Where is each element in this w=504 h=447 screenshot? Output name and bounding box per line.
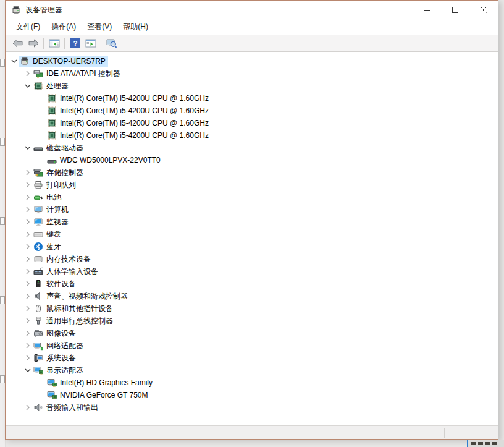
tree-item-content[interactable]: 网络适配器 <box>33 340 86 352</box>
menu-file[interactable]: 文件(F) <box>10 19 46 35</box>
chevron-collapsed-icon[interactable] <box>23 291 33 301</box>
tree-item-content[interactable]: 内存技术设备 <box>33 253 93 265</box>
tree-item-monitors[interactable]: 监视器 <box>6 216 498 228</box>
chevron-expanded-icon[interactable] <box>23 143 33 153</box>
menu-action[interactable]: 操作(A) <box>46 19 82 35</box>
tree-item-intel-hd-graphics[interactable]: Intel(R) HD Graphics Family <box>6 377 498 389</box>
chevron-collapsed-icon[interactable] <box>23 217 33 227</box>
back-button[interactable] <box>10 36 25 50</box>
chevron-collapsed-icon[interactable] <box>23 328 33 338</box>
tree-item-content[interactable]: 显示适配器 <box>33 365 86 377</box>
chevron-collapsed-icon[interactable] <box>23 69 33 79</box>
tree-item-content[interactable]: Intel(R) Core(TM) i5-4200U CPU @ 1.60GHz <box>46 105 211 116</box>
tree-item-content[interactable]: Intel(R) HD Graphics Family <box>46 377 155 388</box>
chevron-collapsed-icon[interactable] <box>23 168 33 177</box>
tree-item-content[interactable]: 磁盘驱动器 <box>33 142 86 154</box>
tree-item-keyboards[interactable]: 键盘 <box>6 228 498 241</box>
tree-item-content[interactable]: 处理器 <box>33 80 71 92</box>
chevron-collapsed-icon[interactable] <box>23 242 33 252</box>
tree-item-cpu-2[interactable]: Intel(R) Core(TM) i5-4200U CPU @ 1.60GHz <box>6 117 498 129</box>
tree-item-cpu-0[interactable]: Intel(R) Core(TM) i5-4200U CPU @ 1.60GHz <box>6 92 498 104</box>
chevron-collapsed-icon[interactable] <box>23 304 33 313</box>
tree-item-content[interactable]: 图像设备 <box>33 328 78 339</box>
tree-item-memory-technology-devices[interactable]: 内存技术设备 <box>6 253 498 265</box>
tree-item-content[interactable]: 存储控制器 <box>33 167 86 179</box>
tree-item-system-devices[interactable]: 系统设备 <box>6 352 498 364</box>
battery-icon <box>33 192 43 202</box>
tree-item-print-queues[interactable]: 打印队列 <box>6 179 498 191</box>
tree-item-content[interactable]: 音频输入和输出 <box>33 402 101 414</box>
tree-item-content[interactable]: 蓝牙 <box>33 241 64 253</box>
tree-item-nvidia-geforce[interactable]: NVIDIA GeForce GT 750M <box>6 389 498 401</box>
tree-item-content[interactable]: 软件设备 <box>33 278 78 290</box>
tree-item-computer[interactable]: 计算机 <box>6 203 498 216</box>
forward-button[interactable] <box>25 36 41 50</box>
chevron-collapsed-icon[interactable] <box>23 229 33 239</box>
cpu-icon <box>47 130 57 140</box>
tree-item-disk-drives[interactable]: 磁盘驱动器 <box>6 142 498 154</box>
tree-item-batteries[interactable]: 电池 <box>6 191 498 203</box>
tree-item-content[interactable]: 键盘 <box>33 229 64 241</box>
tree-item-content[interactable]: Intel(R) Core(TM) i5-4200U CPU @ 1.60GHz <box>46 93 211 104</box>
tree-item-content[interactable]: 电池 <box>33 192 64 203</box>
chevron-collapsed-icon[interactable] <box>23 402 33 412</box>
menu-help[interactable]: 帮助(H) <box>117 19 154 35</box>
tree-item-human-interface-devices[interactable]: 人体学输入设备 <box>6 265 498 278</box>
close-button[interactable] <box>469 1 498 19</box>
tree-item-network-adapters[interactable]: 网络适配器 <box>6 339 498 352</box>
tree-item-label: Intel(R) Core(TM) i5-4200U CPU @ 1.60GHz <box>60 106 209 115</box>
chevron-collapsed-icon[interactable] <box>23 254 33 264</box>
tree-item-cpu-3[interactable]: Intel(R) Core(TM) i5-4200U CPU @ 1.60GHz <box>6 129 498 142</box>
chevron-collapsed-icon[interactable] <box>23 279 33 289</box>
tree-item-content[interactable]: 鼠标和其他指针设备 <box>33 303 116 315</box>
tree-item-display-adapters[interactable]: 显示适配器 <box>6 364 498 377</box>
tree-item-content[interactable]: 人体学输入设备 <box>33 266 101 278</box>
tree-item-usb-controllers[interactable]: 通用串行总线控制器 <box>6 315 498 327</box>
tree-item-ide-ata-atapi-controllers[interactable]: IDE ATA/ATAPI 控制器 <box>6 67 498 80</box>
title-bar: 设备管理器 <box>6 1 498 19</box>
tree-item-label: 电池 <box>46 192 61 203</box>
chevron-expanded-icon[interactable] <box>23 365 33 375</box>
tree-item-content[interactable]: NVIDIA GeForce GT 750M <box>46 390 151 401</box>
chevron-collapsed-icon[interactable] <box>23 316 33 326</box>
tree-item-wdc-drive[interactable]: WDC WD5000LPVX-22V0TT0 <box>6 154 498 166</box>
chevron-placeholder <box>36 155 46 165</box>
tree-item-content[interactable]: Intel(R) Core(TM) i5-4200U CPU @ 1.60GHz <box>46 117 211 129</box>
show-console-tree-button[interactable] <box>46 36 62 50</box>
tree-item-storage-controllers[interactable]: 存储控制器 <box>6 166 498 179</box>
tree-item-content[interactable]: DESKTOP-UERS7RP <box>19 56 108 67</box>
back-arrow-icon <box>12 38 23 48</box>
tree-item-content[interactable]: 声音、视频和游戏控制器 <box>33 291 130 302</box>
minimize-button[interactable] <box>413 1 441 19</box>
help-button[interactable]: ? <box>67 36 83 50</box>
tree-item-audio-inputs-outputs[interactable]: 音频输入和输出 <box>6 401 498 414</box>
tree-item-processors[interactable]: 处理器 <box>6 80 498 92</box>
tree-item-content[interactable]: WDC WD5000LPVX-22V0TT0 <box>46 155 163 166</box>
tree-item-cpu-1[interactable]: Intel(R) Core(TM) i5-4200U CPU @ 1.60GHz <box>6 104 498 117</box>
tree-item-content[interactable]: 打印队列 <box>33 179 78 191</box>
chevron-collapsed-icon[interactable] <box>23 341 33 351</box>
tree-item-content[interactable]: 计算机 <box>33 204 71 216</box>
tree-item-content[interactable]: 系统设备 <box>33 352 78 364</box>
chevron-collapsed-icon[interactable] <box>23 192 33 202</box>
tree-item-content[interactable]: 通用串行总线控制器 <box>33 315 116 327</box>
menu-view[interactable]: 查看(V) <box>82 19 117 35</box>
maximize-button[interactable] <box>441 1 469 19</box>
tree-item-mice-pointing-devices[interactable]: 鼠标和其他指针设备 <box>6 302 498 315</box>
tree-item-bluetooth[interactable]: 蓝牙 <box>6 241 498 253</box>
scan-hardware-changes-button[interactable] <box>104 36 119 50</box>
show-properties-button[interactable] <box>83 36 98 50</box>
chevron-expanded-icon[interactable] <box>23 81 33 91</box>
chevron-collapsed-icon[interactable] <box>23 266 33 276</box>
tree-item-sound-video-game-controllers[interactable]: 声音、视频和游戏控制器 <box>6 290 498 302</box>
chevron-expanded-icon[interactable] <box>9 56 19 66</box>
tree-item-software-devices[interactable]: 软件设备 <box>6 278 498 290</box>
tree-item-computer-root[interactable]: DESKTOP-UERS7RP <box>6 55 498 67</box>
chevron-collapsed-icon[interactable] <box>23 180 33 190</box>
tree-item-content[interactable]: 监视器 <box>33 216 71 228</box>
chevron-collapsed-icon[interactable] <box>23 205 33 215</box>
tree-item-imaging-devices[interactable]: 图像设备 <box>6 327 498 339</box>
tree-item-content[interactable]: IDE ATA/ATAPI 控制器 <box>33 68 123 80</box>
tree-item-content[interactable]: Intel(R) Core(TM) i5-4200U CPU @ 1.60GHz <box>46 130 211 141</box>
chevron-collapsed-icon[interactable] <box>23 353 33 363</box>
